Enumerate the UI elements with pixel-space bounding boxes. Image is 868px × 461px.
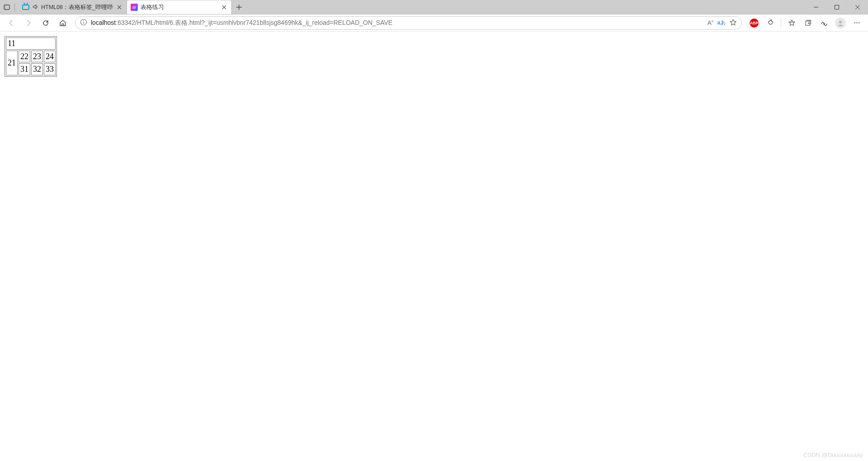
- tab-active[interactable]: IJ 表格练习: [127, 0, 232, 14]
- abp-button[interactable]: ABP: [746, 16, 762, 30]
- close-icon[interactable]: [116, 4, 123, 11]
- forward-button[interactable]: [21, 16, 36, 30]
- window-controls: [806, 0, 868, 14]
- svg-point-4: [83, 20, 84, 21]
- divider: [781, 19, 781, 28]
- home-button[interactable]: [55, 16, 70, 30]
- svg-point-7: [839, 21, 842, 23]
- abp-icon: ABP: [750, 19, 759, 28]
- new-tab-button[interactable]: [232, 0, 246, 14]
- demo-table: 11 21 22 23 24 31 32 33: [5, 36, 57, 77]
- tabstrip: HTML08：表格标签_哔哩哔 IJ 表格练习: [19, 0, 246, 14]
- site-info-icon[interactable]: [80, 19, 87, 27]
- refresh-button[interactable]: [38, 16, 53, 30]
- table-cell: 33: [44, 63, 56, 75]
- divider: [14, 3, 15, 11]
- svg-rect-2: [835, 5, 839, 9]
- performance-button[interactable]: [816, 16, 832, 30]
- maximize-button[interactable]: [826, 0, 847, 14]
- intellij-favicon-icon: IJ: [131, 4, 138, 11]
- table-row: 11: [6, 37, 56, 50]
- url-text: localhost:63342/HTML/html/6.表格.html?_ijt…: [91, 19, 704, 27]
- table-cell: 21: [6, 51, 18, 75]
- addressbar[interactable]: localhost:63342/HTML/html/6.表格.html?_ijt…: [75, 16, 742, 30]
- table-cell: 31: [19, 63, 30, 75]
- url-host: localhost: [91, 19, 116, 26]
- profile-button[interactable]: [833, 16, 848, 30]
- page-content: 11 21 22 23 24 31 32 33: [0, 32, 868, 81]
- back-button[interactable]: [4, 16, 19, 30]
- table-cell: 24: [44, 51, 56, 63]
- minimize-button[interactable]: [806, 0, 826, 14]
- toolbar: localhost:63342/HTML/html/6.表格.html?_ijt…: [0, 14, 868, 32]
- speaker-icon[interactable]: [32, 4, 38, 11]
- profile-avatar-icon: [835, 18, 846, 28]
- bilibili-favicon-icon: [22, 5, 29, 10]
- table-cell: 32: [31, 63, 43, 75]
- translate-icon[interactable]: aあ: [717, 19, 726, 27]
- more-button[interactable]: [849, 16, 864, 30]
- url-rest: :63342/HTML/html/6.表格.html?_ijt=usmhlvbn…: [116, 19, 392, 26]
- tab-actions-icon[interactable]: [3, 3, 11, 11]
- toolbar-right: ABP: [746, 16, 864, 30]
- table-cell: 22: [19, 51, 30, 63]
- table-cell: 11: [6, 37, 56, 50]
- titlebar-left: [0, 0, 19, 14]
- svg-point-8: [854, 22, 855, 23]
- titlebar-spacer: [246, 0, 806, 14]
- tab-label: HTML08：表格标签_哔哩哔: [41, 4, 113, 11]
- svg-point-10: [859, 22, 859, 23]
- tab-inactive[interactable]: HTML08：表格标签_哔哩哔: [19, 0, 127, 14]
- extensions-button[interactable]: [763, 16, 778, 30]
- read-aloud-icon[interactable]: A»: [708, 19, 714, 26]
- titlebar: HTML08：表格标签_哔哩哔 IJ 表格练习: [0, 0, 868, 14]
- tab-label: 表格练习: [141, 4, 218, 11]
- svg-point-9: [856, 22, 857, 23]
- collections-button[interactable]: [800, 16, 816, 30]
- watermark: CSDN @Duuuuuuuuty: [803, 452, 863, 458]
- close-window-button[interactable]: [847, 0, 868, 14]
- table-cell: 23: [31, 51, 43, 63]
- svg-rect-1: [4, 5, 6, 9]
- favorites-star-icon[interactable]: [729, 19, 737, 28]
- favorites-button[interactable]: [784, 16, 799, 30]
- close-icon[interactable]: [221, 4, 228, 11]
- table-row: 21 22 23 24: [6, 51, 56, 63]
